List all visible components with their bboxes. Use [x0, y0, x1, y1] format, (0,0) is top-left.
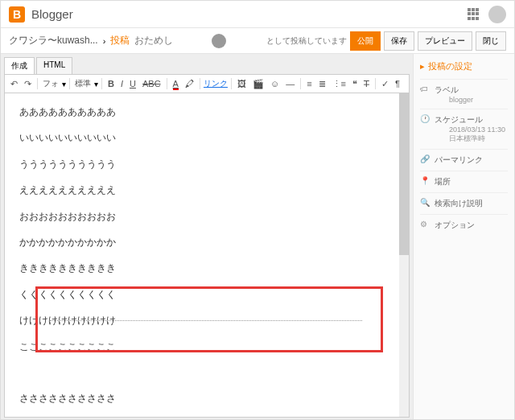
sidebar-item[interactable]: 📍場所 — [420, 171, 508, 192]
sidebar-item[interactable]: ⚙オプション — [420, 214, 508, 236]
content-line[interactable]: くくくくくくくくくく — [19, 284, 394, 305]
sidebar-item[interactable]: 🏷ラベルblogger — [420, 79, 508, 109]
redo-icon[interactable]: ↷ — [22, 78, 34, 90]
sidebar-title[interactable]: ▸ 投稿の設定 — [420, 60, 508, 72]
sidebar-item-label: ラベル — [435, 84, 473, 96]
preview-button[interactable]: プレビュー — [418, 31, 472, 51]
blogger-logo-icon: B — [9, 6, 25, 23]
image-icon[interactable]: 🖼 — [235, 78, 249, 89]
content-line[interactable]: しししししししししし — [19, 414, 394, 417]
app-header: B Blogger — [1, 1, 514, 28]
link-button[interactable]: リンク — [204, 78, 228, 89]
sidebar-item-icon: 🕐 — [420, 114, 430, 123]
main-area: 作成 HTML ↶ ↷ フォ▾ 標準▾ B I U ABC A 🖍 リンク 🖼 … — [1, 54, 514, 420]
spellcheck-icon[interactable]: ✓ — [379, 78, 391, 90]
content-line[interactable] — [19, 362, 394, 383]
editor-tabs: 作成 HTML — [1, 54, 413, 74]
content-line[interactable]: ここここここここここ — [19, 336, 394, 357]
quote-icon[interactable]: ❝ — [350, 78, 360, 90]
sidebar-item[interactable]: 🔗パーマリンク — [420, 149, 508, 171]
sidebar-item[interactable]: 🔍検索向け説明 — [420, 192, 508, 214]
tab-compose[interactable]: 作成 — [4, 57, 35, 74]
post-title-input[interactable] — [134, 35, 199, 47]
list-ol-icon[interactable]: ≣ — [316, 78, 328, 90]
undo-icon[interactable]: ↶ — [8, 78, 20, 90]
font-select[interactable]: フォ — [41, 77, 60, 90]
user-avatar[interactable] — [488, 6, 506, 23]
content-line[interactable]: ええええええええええ — [19, 179, 394, 200]
sidebar-item-sub: blogger — [449, 96, 473, 104]
content-line[interactable]: ああああああああああ — [19, 101, 394, 122]
content-line[interactable]: おおおおおおおおおお — [19, 206, 394, 227]
save-button[interactable]: 保存 — [384, 31, 414, 51]
sidebar-item-icon: 📍 — [420, 176, 430, 185]
text-color-icon[interactable]: A — [171, 78, 181, 89]
posting-as-text: として投稿しています — [266, 35, 347, 47]
publish-button[interactable]: 公開 — [350, 31, 381, 51]
emoji-icon[interactable]: ☺ — [268, 78, 282, 89]
brand-name: Blogger — [31, 7, 73, 21]
content-line[interactable]: ささささささささささ — [19, 388, 394, 409]
clear-format-icon[interactable]: T̶ — [361, 78, 372, 90]
sidebar-item-icon: ⚙ — [420, 220, 430, 229]
sidebar-item-label: 検索向け説明 — [435, 198, 483, 209]
sidebar-item-icon: 🔍 — [420, 198, 430, 207]
scrollbar[interactable] — [399, 93, 409, 417]
tab-html[interactable]: HTML — [36, 57, 72, 74]
sidebar-item-label: スケジュール — [435, 114, 505, 126]
content-line[interactable]: いいいいいいいいいい — [19, 127, 394, 148]
apps-icon[interactable] — [468, 8, 480, 21]
post-settings-sidebar: ▸ 投稿の設定 🏷ラベルblogger🕐スケジュール2018/03/13 11:… — [413, 54, 514, 420]
italic-icon[interactable]: I — [118, 78, 126, 89]
editor-toolbar: ↶ ↷ フォ▾ 標準▾ B I U ABC A 🖍 リンク 🖼 🎬 ☺ ― ≡ … — [4, 74, 410, 93]
strike-icon[interactable]: ABC — [140, 78, 163, 89]
underline-icon[interactable]: U — [127, 78, 138, 89]
content-editable[interactable]: ああああああああああいいいいいいいいいいううううううううううええええええええええ… — [5, 93, 409, 417]
sidebar-item-label: パーマリンク — [435, 154, 483, 166]
sidebar-item-label: 場所 — [435, 176, 451, 187]
cursor-line — [50, 320, 362, 321]
list-ul-icon[interactable]: ⋮≡ — [330, 78, 348, 90]
sidebar-item-label: オプション — [435, 220, 475, 231]
title-bar: クワシラ〜kuwash... › 投稿 として投稿しています 公開 保存 プレビ… — [1, 28, 514, 54]
size-select[interactable]: 標準 — [73, 77, 93, 90]
sidebar-item[interactable]: 🕐スケジュール2018/03/13 11:30日本標準時 — [420, 109, 508, 149]
post-label: 投稿 — [110, 34, 130, 47]
content-line[interactable]: うううううううううう — [19, 154, 394, 175]
sidebar-item-icon: 🔗 — [420, 154, 430, 163]
video-icon[interactable]: 🎬 — [250, 78, 266, 90]
direction-icon[interactable]: ¶ — [393, 78, 402, 89]
blog-title[interactable]: クワシラ〜kuwash... — [9, 34, 98, 47]
content-line[interactable]: かかかかかかかかかか — [19, 232, 394, 253]
editor-section: 作成 HTML ↶ ↷ フォ▾ 標準▾ B I U ABC A 🖍 リンク 🖼 … — [1, 54, 413, 420]
break-icon[interactable]: ― — [283, 78, 297, 89]
editor-canvas: ああああああああああいいいいいいいいいいううううううううううええええええええええ… — [4, 93, 410, 418]
close-button[interactable]: 閉じ — [476, 31, 506, 51]
align-icon[interactable]: ≡ — [304, 78, 314, 89]
sidebar-item-sub: 2018/03/13 11:30日本標準時 — [449, 126, 505, 144]
sidebar-item-icon: 🏷 — [420, 84, 430, 93]
bold-icon[interactable]: B — [105, 78, 117, 89]
highlight-icon[interactable]: 🖍 — [183, 78, 196, 89]
content-line[interactable]: きききききききききき — [19, 257, 394, 278]
author-avatar — [212, 34, 226, 48]
